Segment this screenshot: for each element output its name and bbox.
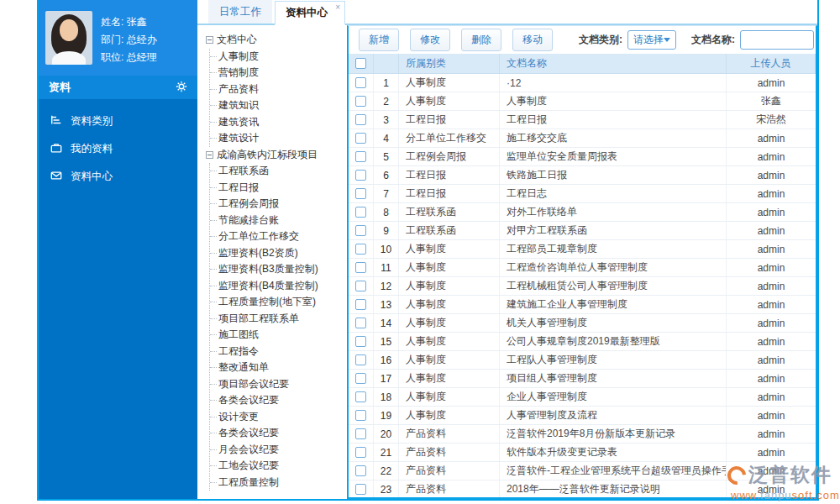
tree-item[interactable]: 建筑知识: [210, 97, 345, 114]
row-number: 12: [374, 277, 399, 295]
sidebar-item-3[interactable]: 资料中心: [39, 163, 197, 191]
row-checkbox[interactable]: [355, 281, 366, 291]
toolbar-button-移动[interactable]: 移动: [512, 29, 553, 51]
tree-children: 工程联系函工程日报工程例会周报节能减排台账分工单位工作移交监理资料(B2资质)监…: [209, 163, 345, 491]
select-all-checkbox[interactable]: [355, 58, 366, 69]
toolbar-button-新增[interactable]: 新增: [359, 29, 399, 51]
tree-collapse-icon[interactable]: [206, 36, 213, 44]
row-checkbox[interactable]: [355, 447, 366, 458]
tree-item[interactable]: 建筑设计: [210, 130, 345, 147]
tree-item[interactable]: 分工单位工作移交: [210, 228, 345, 245]
tree-item[interactable]: 监理资料(B3质量控制): [210, 261, 345, 278]
tree-item[interactable]: 建筑资讯: [210, 114, 345, 131]
sidebar-item-1[interactable]: 资料类别: [39, 108, 197, 135]
tree-item[interactable]: 月会会议纪要: [210, 442, 345, 459]
table-row[interactable]: 20产品资料泛普软件2019年8月份新版本更新记录admin: [349, 425, 816, 444]
table-row[interactable]: 13人事制度建筑施工企业人事管理制度admin: [349, 296, 816, 314]
row-checkbox[interactable]: [355, 225, 366, 236]
row-checkbox[interactable]: [355, 77, 366, 88]
row-checkbox[interactable]: [355, 170, 366, 181]
tree-root-node[interactable]: 成渝高铁内江标段项目: [206, 147, 345, 164]
tree-item[interactable]: 工程质量控制: [210, 475, 345, 491]
sidebar-section-header[interactable]: 资料: [39, 76, 197, 99]
table-row[interactable]: 6工程日报铁路施工日报admin: [349, 166, 816, 185]
row-checkbox-cell: [349, 240, 374, 258]
row-checkbox[interactable]: [355, 133, 366, 144]
tree-item[interactable]: 设计变更: [210, 409, 345, 426]
table-row[interactable]: 17人事制度项目组人事管理制度admin: [349, 370, 816, 388]
table-row[interactable]: 10人事制度工程部员工规章制度admin: [349, 240, 816, 259]
row-checkbox-cell: [349, 351, 374, 369]
tree-item[interactable]: 工程日报: [210, 180, 345, 197]
row-uploader: admin: [727, 74, 816, 92]
row-checkbox[interactable]: [355, 299, 366, 310]
table-row[interactable]: 9工程联系函对甲方工程联系函admin: [349, 222, 816, 240]
row-checkbox[interactable]: [355, 410, 366, 421]
tree-item[interactable]: 营销制度: [210, 65, 345, 81]
table-row[interactable]: 14人事制度机关人事管理制度admin: [349, 314, 816, 333]
tree-item[interactable]: 监理资料(B2资质): [210, 245, 345, 262]
row-checkbox[interactable]: [355, 207, 366, 218]
table-row[interactable]: 7工程日报工程日志admin: [349, 185, 816, 203]
table-row[interactable]: 4分工单位工作移交施工移交交底admin: [349, 129, 816, 148]
table-row[interactable]: 19人事制度人事管理制度及流程admin: [349, 407, 816, 425]
table-row[interactable]: 21产品资料软件版本升级变更记录表admin: [349, 444, 816, 462]
toolbar-button-修改[interactable]: 修改: [410, 29, 450, 51]
table-row[interactable]: 18人事制度企业人事管理制度admin: [349, 388, 816, 407]
row-checkbox[interactable]: [355, 465, 366, 476]
row-checkbox[interactable]: [355, 354, 366, 365]
row-checkbox[interactable]: [355, 484, 366, 495]
gear-icon[interactable]: [176, 81, 187, 95]
table-row[interactable]: 8工程联系函对外工作联络单admin: [349, 203, 816, 222]
tree-collapse-icon[interactable]: [206, 151, 213, 159]
tree-item[interactable]: 项目部会议纪要: [210, 376, 345, 393]
tree-item[interactable]: 工程例会周报: [210, 196, 345, 213]
tree-item[interactable]: 各类会议纪要: [210, 425, 345, 442]
tree-item[interactable]: 产品资料: [210, 81, 345, 98]
row-checkbox[interactable]: [355, 428, 366, 439]
tree-item[interactable]: 整改通知单: [210, 360, 345, 376]
table-row[interactable]: 1人事制度·12admin: [349, 74, 816, 92]
row-checkbox[interactable]: [355, 188, 366, 199]
toolbar-button-删除[interactable]: 删除: [461, 29, 501, 51]
tree-item[interactable]: 项目部工程联系单: [210, 311, 345, 328]
row-checkbox-cell: [349, 166, 374, 184]
table-row[interactable]: 16人事制度工程队人事管理制度admin: [349, 351, 816, 370]
sidebar-item-2[interactable]: 我的资料: [39, 135, 197, 163]
table-row[interactable]: 22产品资料泛普软件-工程企业管理系统平台超级管理员操作手册admin: [349, 462, 816, 480]
tab-日常工作[interactable]: 日常工作: [208, 0, 272, 24]
avatar-shirt: [52, 51, 86, 65]
row-checkbox[interactable]: [355, 318, 366, 328]
category-select[interactable]: 请选择: [627, 30, 676, 50]
tree-item[interactable]: 施工图纸: [210, 327, 345, 344]
tree-item[interactable]: 监理资料(B4质量控制): [210, 278, 345, 295]
row-checkbox[interactable]: [355, 96, 366, 107]
table-row[interactable]: 3工程日报工程日报宋浩然: [349, 111, 816, 129]
table-row[interactable]: 12人事制度工程机械租赁公司人事管理制度admin: [349, 277, 816, 296]
close-icon[interactable]: ×: [335, 3, 340, 12]
tree-item[interactable]: 各类会议纪要: [210, 392, 345, 409]
row-checkbox[interactable]: [355, 262, 366, 273]
table-row[interactable]: 15人事制度公司人事规章制度2019最新整理版admin: [349, 333, 816, 351]
row-category: 人事制度: [399, 407, 500, 424]
table-row[interactable]: 11人事制度工程造价咨询单位人事管理制度admin: [349, 259, 816, 277]
tree-item[interactable]: 工地会议纪要: [210, 458, 345, 475]
tree-root-node[interactable]: 文档中心: [206, 32, 345, 49]
doc-name-input[interactable]: [740, 30, 814, 50]
tree-item[interactable]: 节能减排台账: [210, 213, 345, 229]
tree-item[interactable]: 人事制度: [210, 49, 345, 66]
table-row[interactable]: 2人事制度人事制度张鑫: [349, 92, 816, 111]
row-checkbox[interactable]: [355, 114, 366, 125]
row-checkbox[interactable]: [355, 151, 366, 162]
row-checkbox[interactable]: [355, 373, 366, 384]
table-row[interactable]: 5工程例会周报监理单位安全质量周报表admin: [349, 148, 816, 166]
row-checkbox[interactable]: [355, 391, 366, 402]
tree-item[interactable]: 工程指令: [210, 344, 345, 360]
tree-item[interactable]: 工程质量控制(地下室): [210, 294, 345, 311]
table-row[interactable]: 23产品资料2018年——泛普软件更新记录说明admin: [349, 480, 816, 497]
tab-资料中心[interactable]: 资料中心×: [275, 1, 345, 25]
row-checkbox[interactable]: [355, 244, 366, 255]
row-checkbox[interactable]: [355, 336, 366, 347]
row-doc-name: 工程队人事管理制度: [500, 351, 727, 369]
tree-item[interactable]: 工程联系函: [210, 163, 345, 180]
